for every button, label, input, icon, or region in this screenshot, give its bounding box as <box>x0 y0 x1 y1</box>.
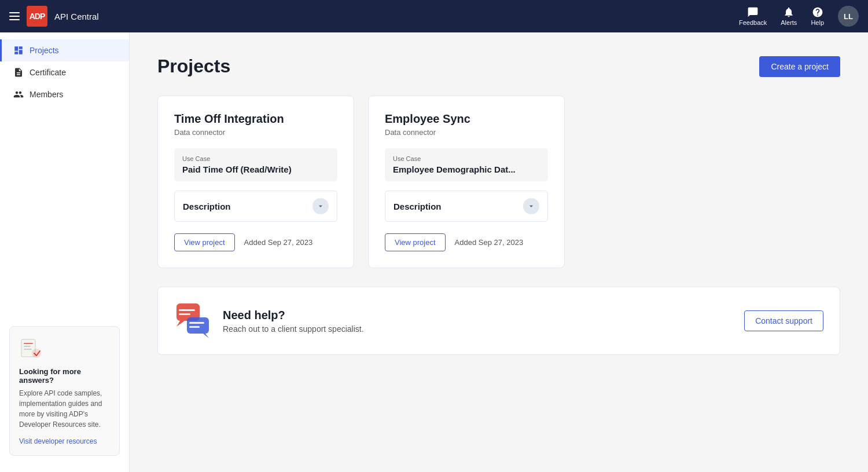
help-banner-title: Need help? <box>223 309 733 322</box>
help-banner: Need help? Reach out to a client support… <box>157 287 840 355</box>
description-row-time-off[interactable]: Description <box>174 191 337 222</box>
help-button[interactable]: Help <box>811 6 824 26</box>
svg-rect-9 <box>187 317 209 334</box>
project-title-time-off: Time Off Integration <box>174 112 337 126</box>
description-label-time-off: Description <box>183 202 231 211</box>
svg-marker-12 <box>203 334 209 338</box>
topnav: ADP API Central Feedback Alerts Help LL <box>0 0 868 32</box>
card-footer-time-off: View project Added Sep 27, 2023 <box>174 233 337 251</box>
hamburger-menu[interactable] <box>9 12 20 20</box>
svg-marker-8 <box>176 321 185 327</box>
svg-rect-1 <box>24 343 33 344</box>
page-header: Projects Create a project <box>157 56 840 77</box>
alerts-label: Alerts <box>781 19 797 26</box>
sidebar: Projects Certificate Members <box>0 32 130 472</box>
adp-logo-mark: ADP <box>27 6 47 27</box>
project-card-time-off: Time Off Integration Data connector Use … <box>157 96 354 268</box>
sidebar-certificate-label: Certificate <box>30 68 66 77</box>
svg-point-4 <box>32 349 41 358</box>
feedback-button[interactable]: Feedback <box>739 6 767 26</box>
added-date-employee-sync: Added Sep 27, 2023 <box>455 238 524 247</box>
help-banner-icon <box>174 301 211 341</box>
description-chevron-employee-sync[interactable] <box>523 198 539 214</box>
view-project-button-employee-sync[interactable]: View project <box>385 233 446 251</box>
sidebar-help-card: Looking for more answers? Explore API co… <box>9 326 120 456</box>
card-footer-employee-sync: View project Added Sep 27, 2023 <box>385 233 548 251</box>
description-label-employee-sync: Description <box>393 202 442 211</box>
sidebar-item-members[interactable]: Members <box>0 83 129 105</box>
project-card-employee-sync: Employee Sync Data connector Use Case Em… <box>368 96 565 268</box>
use-case-value-employee-sync: Employee Demographic Dat... <box>393 164 540 174</box>
project-subtitle-employee-sync: Data connector <box>385 128 548 137</box>
svg-rect-3 <box>24 349 32 350</box>
use-case-label-employee-sync: Use Case <box>393 155 540 162</box>
sidebar-help-icon <box>19 336 110 361</box>
use-case-box-time-off: Use Case Paid Time Off (Read/Write) <box>174 148 337 181</box>
feedback-label: Feedback <box>739 19 767 26</box>
svg-rect-7 <box>179 313 190 315</box>
use-case-label-time-off: Use Case <box>182 155 329 162</box>
project-subtitle-time-off: Data connector <box>174 128 337 137</box>
user-avatar[interactable]: LL <box>838 6 859 27</box>
projects-grid: Time Off Integration Data connector Use … <box>157 96 840 268</box>
help-banner-subtitle: Reach out to a client support specialist… <box>223 324 733 334</box>
sidebar-help-description: Explore API code samples, implementation… <box>19 388 110 430</box>
svg-rect-11 <box>189 326 200 328</box>
description-row-employee-sync[interactable]: Description <box>385 191 548 222</box>
sidebar-help-title: Looking for more answers? <box>19 367 110 385</box>
added-date-time-off: Added Sep 27, 2023 <box>244 238 313 247</box>
page-title: Projects <box>157 56 230 77</box>
use-case-box-employee-sync: Use Case Employee Demographic Dat... <box>385 148 548 181</box>
alerts-button[interactable]: Alerts <box>781 6 797 26</box>
sidebar-projects-label: Projects <box>30 46 59 55</box>
app-title: API Central <box>54 12 99 21</box>
svg-rect-10 <box>189 322 204 324</box>
sidebar-item-certificate[interactable]: Certificate <box>0 61 129 83</box>
create-project-button[interactable]: Create a project <box>759 56 840 77</box>
svg-rect-2 <box>24 346 31 347</box>
view-project-button-time-off[interactable]: View project <box>174 233 235 251</box>
use-case-value-time-off: Paid Time Off (Read/Write) <box>182 164 329 174</box>
project-title-employee-sync: Employee Sync <box>385 112 548 126</box>
sidebar-members-label: Members <box>30 90 63 99</box>
contact-support-button[interactable]: Contact support <box>744 310 823 331</box>
description-chevron-time-off[interactable] <box>312 198 329 214</box>
main-content: Projects Create a project Time Off Integ… <box>130 32 868 472</box>
sidebar-help-link[interactable]: Visit developer resources <box>19 437 97 445</box>
help-label: Help <box>811 19 824 26</box>
help-banner-text: Need help? Reach out to a client support… <box>223 309 733 334</box>
svg-rect-6 <box>179 309 195 311</box>
adp-logo: ADP <box>27 6 47 27</box>
sidebar-item-projects[interactable]: Projects <box>0 39 129 61</box>
